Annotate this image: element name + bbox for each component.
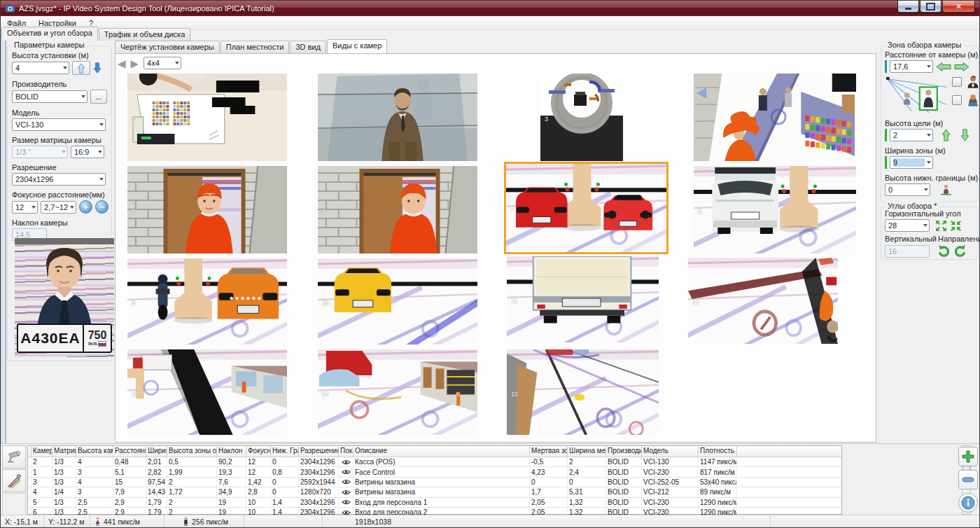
target-height-select[interactable]: 2: [890, 129, 933, 141]
table-row[interactable]: 51/32,52,91,79219101,42304x1296Вход для …: [28, 498, 841, 508]
camera-view-thumbnail[interactable]: 13: [127, 349, 287, 435]
table-cell: VCI-252-05: [642, 478, 699, 487]
table-column-header[interactable]: Высота камеры: [76, 446, 113, 457]
camera-view-render: [694, 166, 856, 253]
camera-view-thumbnail[interactable]: 7: [504, 162, 668, 254]
distance-right-arrow[interactable]: [954, 62, 969, 72]
visibility-eye-icon[interactable]: [339, 478, 354, 487]
table-row[interactable]: 41/437,914,431,7234,92,801280x720Витрины…: [28, 487, 841, 497]
camera-view-thumbnail[interactable]: 1: [318, 74, 477, 161]
plate-number: А430ЕА: [18, 330, 83, 347]
minimize-button[interactable]: [897, 1, 919, 13]
table-cell: Вход для персонала 1: [354, 498, 530, 507]
camera-view-thumbnail[interactable]: 5: [127, 166, 287, 253]
target-height-up-arrow[interactable]: [941, 129, 951, 141]
camera-view-number: 7: [510, 206, 514, 213]
show-woman-checkbox[interactable]: [952, 95, 962, 105]
camera-view-thumbnail[interactable]: 6: [318, 166, 477, 253]
table-row[interactable]: 31/341597,5427,61,4202592x1944Витрины ма…: [28, 478, 841, 487]
tab-install-drawing[interactable]: Чертёж установки камеры: [115, 41, 220, 53]
prev-page-arrow[interactable]: ◀: [118, 58, 126, 69]
table-cell: 1,72: [167, 487, 217, 496]
camera-view-thumbnail[interactable]: 15: [507, 349, 659, 435]
tab-camera-views[interactable]: Виды с камер: [327, 39, 387, 53]
camera-view-thumbnail[interactable]: 12: [688, 258, 838, 344]
manufacturer-browse-button[interactable]: ...: [90, 90, 107, 104]
camera-view-thumbnail[interactable]: 2: [127, 74, 287, 161]
table-cell: 0: [530, 478, 568, 487]
next-page-arrow[interactable]: ▶: [131, 58, 139, 69]
resolution-select[interactable]: 2304x1296: [12, 173, 106, 186]
narrow-angle-icon[interactable]: [950, 220, 962, 232]
table-column-header[interactable]: Расстояние: [113, 446, 146, 457]
table-column-header[interactable]: Разрешение: [299, 446, 339, 457]
grid-layout-select[interactable]: 4x4: [144, 57, 181, 69]
visibility-eye-icon[interactable]: [339, 487, 354, 496]
table-column-header[interactable]: Фокусное...: [246, 446, 271, 457]
camera-view-thumbnail[interactable]: 14: [318, 349, 477, 435]
tab-lens-angle[interactable]: Объектив и угол обзора: [1, 27, 98, 41]
table-column-header[interactable]: Плотность пикс...: [699, 446, 737, 457]
table-column-header[interactable]: Производитель: [606, 446, 642, 457]
table-column-header[interactable]: Ширина мертвой...: [568, 446, 606, 457]
visibility-eye-icon[interactable]: [339, 498, 354, 507]
man-icon: [966, 75, 980, 89]
camera-view-thumbnail[interactable]: 4: [694, 74, 856, 161]
table-column-header[interactable]: Высота зоны обзора: [167, 446, 217, 457]
add-row-button[interactable]: [958, 447, 978, 466]
rotate-ccw-icon[interactable]: [937, 244, 951, 258]
visibility-eye-icon[interactable]: [339, 457, 354, 466]
manufacturer-select[interactable]: BOLID: [12, 90, 88, 103]
close-button[interactable]: ✕: [942, 1, 975, 13]
preview-portrait: [15, 246, 114, 336]
camera-view-thumbnail[interactable]: 8: [694, 166, 856, 253]
table-column-header[interactable]: Описание: [354, 446, 530, 457]
table-cell: Касса (POS): [354, 457, 530, 466]
camera-up-button[interactable]: [72, 61, 90, 75]
camera-view-number: 6: [322, 208, 326, 215]
rotate-cw-icon[interactable]: [953, 244, 967, 258]
maximize-button[interactable]: [920, 1, 941, 13]
camera-view-thumbnail[interactable]: 10: [318, 258, 477, 345]
tab-traffic-disk[interactable]: Трафик и объем диска: [99, 28, 191, 41]
zoom-in-button[interactable]: +: [79, 200, 92, 214]
status-resolution: 1918x1038: [323, 515, 771, 527]
visibility-eye-icon[interactable]: [339, 467, 354, 476]
table-column-header[interactable]: Камера: [31, 446, 52, 457]
distance-select[interactable]: 17,6: [890, 60, 933, 73]
aspect-ratio-select[interactable]: 16:9: [71, 146, 104, 158]
table-column-header[interactable]: Мертвая зона: [530, 446, 568, 457]
distance-left-arrow[interactable]: [936, 62, 951, 72]
horizontal-angle-select[interactable]: 28: [885, 219, 930, 232]
camera-view-thumbnail[interactable]: 9: [127, 258, 287, 345]
camera-view-thumbnail[interactable]: 11: [507, 256, 659, 342]
zone-width-select[interactable]: 9: [890, 156, 933, 169]
table-row[interactable]: 21/340,482,010,590,21202304x1296Касса (P…: [28, 457, 841, 467]
remove-row-button[interactable]: [958, 470, 978, 489]
add-camera-tool-button[interactable]: [2, 445, 26, 468]
table-cell: Face Control: [354, 467, 530, 476]
focal-length-select[interactable]: 12: [12, 201, 38, 214]
target-height-down-arrow[interactable]: [960, 129, 969, 141]
zoom-out-button[interactable]: −: [95, 200, 108, 214]
camera-parameters-group: Параметры камеры Высота установки (м) 4 …: [7, 46, 112, 361]
camera-view-thumbnail[interactable]: 3: [540, 74, 623, 161]
table-column-header[interactable]: Ниж. Граница: [271, 446, 299, 457]
model-select[interactable]: VCI-130: [12, 118, 106, 131]
focal-range-select[interactable]: 2,7~12: [41, 201, 76, 214]
table-column-header[interactable]: Ширина ...: [146, 446, 167, 457]
show-man-checkbox[interactable]: [952, 77, 962, 87]
table-row[interactable]: 11/335,12,821,9919,3120,82304x1296Face C…: [28, 467, 841, 477]
tab-3d-view[interactable]: 3D вид: [290, 41, 326, 53]
table-column-header[interactable]: Модель: [642, 446, 699, 457]
cable-tool-button[interactable]: [2, 469, 26, 492]
table-column-header[interactable]: Показ...: [339, 446, 354, 457]
table-column-header[interactable]: Матрица: [52, 446, 76, 457]
camera-down-button[interactable]: [93, 62, 102, 74]
tab-site-plan[interactable]: План местности: [220, 41, 290, 53]
mount-height-select[interactable]: 4: [12, 62, 69, 74]
widen-angle-icon[interactable]: [935, 220, 947, 232]
lower-bound-select[interactable]: 0: [885, 183, 930, 196]
table-column-header[interactable]: Наклон: [217, 446, 246, 457]
info-button[interactable]: [958, 493, 978, 513]
